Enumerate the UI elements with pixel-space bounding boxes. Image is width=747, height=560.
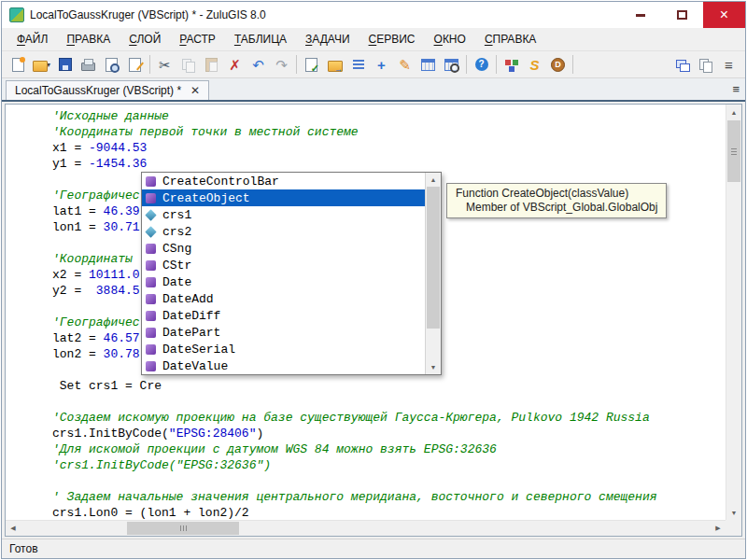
table-icon (420, 57, 436, 73)
copy-button[interactable] (176, 53, 200, 76)
preview-icon (104, 57, 120, 73)
code-segment: "EPSG:28406" (169, 427, 257, 441)
code-editor[interactable]: 'Исходные данные'Координаты первой точки… (5, 104, 742, 537)
menu-item-8[interactable]: СПРАВКА (475, 30, 546, 49)
tooltip-signature: Function CreateObject(classValue) (456, 187, 657, 201)
minimize-button[interactable] (619, 2, 661, 28)
horizontal-scroll-thumb[interactable] (127, 522, 239, 535)
script-check-icon (303, 57, 319, 73)
data-button[interactable] (546, 53, 570, 76)
redo-icon: ↷ (274, 57, 289, 73)
autocomplete-scrollbar[interactable]: ▲ ▼ (425, 173, 441, 374)
code-segment: x1 = (52, 141, 89, 155)
code-line-23: 'crs1.InitByCode("EPSG:32636") (52, 457, 726, 473)
tabbar: LocalToGaussKruger (VBScript) * ✕ ≡ (2, 78, 745, 102)
new-window-button[interactable] (694, 53, 717, 76)
scheme-button[interactable] (500, 53, 523, 76)
code-line-22: 'Для искомой проекции с датумом WGS 84 м… (52, 441, 726, 457)
autocomplete-label: CreateObject (162, 191, 250, 205)
table-button[interactable] (416, 53, 440, 76)
toolbar-separator (466, 55, 467, 74)
edit-button[interactable]: ✎ (393, 53, 416, 76)
code-line-18: Set crs1 = Cre (52, 378, 726, 394)
vertical-scroll-thumb[interactable] (727, 120, 740, 182)
cut-button[interactable]: ✂ (153, 53, 176, 76)
scroll-left-icon[interactable]: ◀ (6, 521, 21, 536)
maximize-icon (677, 10, 687, 20)
toolbar-overflow-icon: ≡ (721, 57, 737, 73)
delete-button[interactable]: ✗ (223, 53, 247, 76)
list-button[interactable] (346, 53, 370, 76)
autocomplete-item-dateserial[interactable]: DateSerial (142, 341, 425, 357)
menu-item-3[interactable]: РАСТР (170, 30, 225, 49)
autocomplete-scroll-thumb[interactable] (427, 187, 440, 329)
list-icon (350, 57, 366, 73)
autocomplete-item-cstr[interactable]: CStr (142, 257, 425, 273)
paste-icon (204, 57, 219, 73)
autocomplete-item-crs1[interactable]: crs1 (142, 206, 425, 223)
autocomplete-item-datepart[interactable]: DatePart (142, 324, 425, 341)
toolbar-separator (149, 55, 150, 74)
open-button[interactable]: ▾ (30, 53, 53, 76)
scroll-right-icon[interactable]: ▶ (711, 521, 726, 536)
code-line-24 (52, 473, 726, 489)
preview-button[interactable] (100, 53, 123, 76)
autocomplete-item-createobject[interactable]: CreateObject (142, 189, 425, 206)
autocomplete-item-createcontrolbar[interactable]: CreateControlBar (142, 173, 425, 189)
menu-item-5[interactable]: ЗАДАЧИ (296, 30, 359, 49)
autocomplete-item-crs2[interactable]: crs2 (142, 223, 425, 240)
redo-button[interactable]: ↷ (270, 53, 293, 76)
scroll-up-icon[interactable]: ▲ (726, 105, 741, 119)
folder-export-icon (327, 57, 343, 73)
undo-button[interactable]: ↶ (247, 53, 270, 76)
code-segment: lon2 = (52, 347, 104, 361)
table-find-button[interactable] (440, 53, 463, 76)
tab-localtogausskruger[interactable]: LocalToGaussKruger (VBScript) * ✕ (6, 80, 209, 100)
vertical-scrollbar[interactable]: ▲ ▼ (726, 105, 741, 520)
status-text: Готов (9, 542, 38, 555)
menu-item-7[interactable]: ОКНО (425, 30, 475, 49)
autocomplete-item-datediff[interactable]: DateDiff (142, 307, 425, 324)
autocomplete-item-csng[interactable]: CSng (142, 240, 425, 257)
menu-item-2[interactable]: СЛОЙ (120, 30, 170, 49)
save-button[interactable] (53, 53, 77, 76)
code-line-26: crs1.Lon0 = (lon1 + lon2)/2 (52, 505, 726, 520)
add-button[interactable]: + (370, 53, 393, 76)
menu-item-0[interactable]: ФАЙЛ (7, 30, 57, 49)
code-segment: crs1.Lon0 = (lon1 + lon2)/2 (52, 506, 249, 520)
menu-item-4[interactable]: ТАБЛИЦА (225, 30, 296, 49)
page-edit-button[interactable] (123, 53, 147, 76)
code-segment: 10111.0 (89, 268, 140, 282)
code-segment: 46.57 (104, 331, 140, 345)
script-check-button[interactable] (300, 53, 323, 76)
paste-button[interactable] (200, 53, 223, 76)
maximize-button[interactable] (661, 2, 703, 28)
help-button[interactable] (470, 53, 493, 76)
close-button[interactable]: × (703, 2, 745, 28)
autocomplete-item-date[interactable]: Date (142, 273, 425, 290)
autocomplete-label: crs1 (162, 208, 191, 222)
windows-button[interactable] (670, 53, 694, 76)
autocomplete-item-datevalue[interactable]: DateValue (142, 357, 425, 374)
menu-item-1[interactable]: ПРАВКА (57, 30, 120, 49)
help-icon (473, 57, 489, 73)
autocomplete-scroll-down-icon[interactable]: ▼ (426, 360, 441, 374)
new-button[interactable] (7, 53, 30, 76)
editor-frame: 'Исходные данные'Координаты первой точки… (2, 102, 745, 539)
tab-overflow-icon[interactable]: ≡ (732, 82, 740, 96)
folder-export-button[interactable] (323, 53, 346, 76)
autocomplete-item-dateadd[interactable]: DateAdd (142, 290, 425, 307)
zulu-server-button[interactable]: S (523, 53, 546, 76)
horizontal-scrollbar[interactable]: ◀ ▶ (6, 520, 726, 536)
scroll-down-icon[interactable]: ▼ (726, 505, 741, 520)
menu-item-6[interactable]: СЕРВИС (359, 30, 425, 49)
autocomplete-scroll-up-icon[interactable]: ▲ (426, 173, 441, 187)
code-segment: 3884.5 (89, 284, 140, 298)
code-segment: 'Исходные данные (52, 109, 169, 123)
tab-close-icon[interactable]: ✕ (190, 84, 200, 97)
code-segment: ' Задаем начальные значения центрального… (52, 490, 657, 504)
field-icon (145, 209, 156, 220)
method-icon (146, 328, 156, 338)
toolbar-overflow-button[interactable]: ≡ (717, 53, 740, 76)
print-button[interactable] (77, 53, 100, 76)
